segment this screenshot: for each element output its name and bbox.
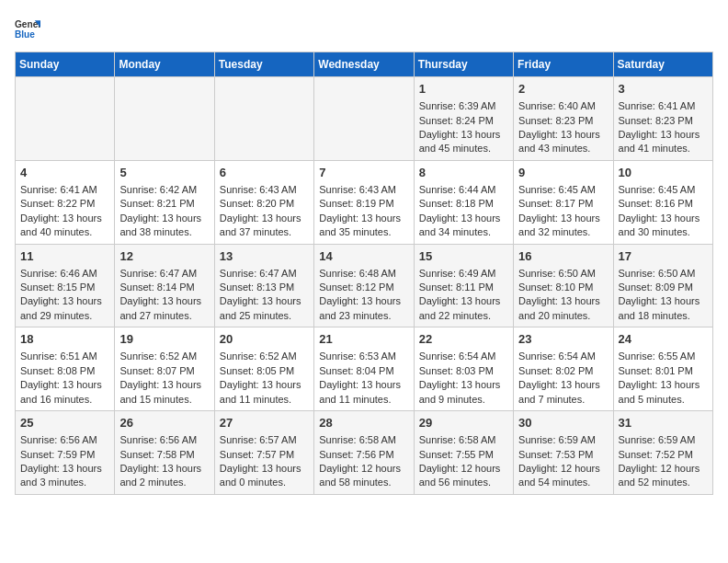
day-cell: 23Sunrise: 6:54 AMSunset: 8:02 PMDayligh… <box>514 327 613 411</box>
daylight: Daylight: 13 hours and 5 minutes. <box>619 379 700 404</box>
sunrise: Sunrise: 6:49 AM <box>419 268 496 279</box>
sunset: Sunset: 7:58 PM <box>119 449 194 460</box>
weekday-header-row: SundayMondayTuesdayWednesdayThursdayFrid… <box>16 52 713 77</box>
day-number: 26 <box>119 415 209 431</box>
day-number: 28 <box>319 415 408 431</box>
day-cell: 2Sunrise: 6:40 AMSunset: 8:23 PMDaylight… <box>514 77 613 161</box>
day-number: 10 <box>619 165 708 181</box>
sunrise: Sunrise: 6:47 AM <box>220 268 297 279</box>
day-cell: 26Sunrise: 6:56 AMSunset: 7:58 PMDayligh… <box>115 411 214 495</box>
daylight: Daylight: 12 hours and 58 minutes. <box>319 463 401 488</box>
day-cell: 15Sunrise: 6:49 AMSunset: 8:11 PMDayligh… <box>414 244 513 327</box>
daylight: Daylight: 13 hours and 15 minutes. <box>119 379 201 404</box>
sunset: Sunset: 8:09 PM <box>619 282 693 293</box>
sunset: Sunset: 8:08 PM <box>20 365 95 376</box>
day-cell: 12Sunrise: 6:47 AMSunset: 8:14 PMDayligh… <box>115 244 214 327</box>
day-number: 25 <box>20 415 109 431</box>
daylight: Daylight: 13 hours and 9 minutes. <box>419 379 501 404</box>
daylight: Daylight: 13 hours and 29 minutes. <box>20 295 102 320</box>
sunrise: Sunrise: 6:42 AM <box>119 184 197 195</box>
week-row-4: 18Sunrise: 6:51 AMSunset: 8:08 PMDayligh… <box>16 327 713 411</box>
daylight: Daylight: 13 hours and 3 minutes. <box>20 463 102 488</box>
day-cell: 27Sunrise: 6:57 AMSunset: 7:57 PMDayligh… <box>214 411 313 495</box>
page-header: General Blue <box>15 15 713 40</box>
daylight: Daylight: 13 hours and 34 minutes. <box>419 213 501 237</box>
sunrise: Sunrise: 6:50 AM <box>619 268 696 279</box>
day-number: 16 <box>518 248 608 265</box>
daylight: Daylight: 13 hours and 18 minutes. <box>619 295 700 320</box>
sunset: Sunset: 8:18 PM <box>419 198 494 209</box>
daylight: Daylight: 13 hours and 23 minutes. <box>319 295 401 320</box>
sunset: Sunset: 7:59 PM <box>20 449 95 460</box>
logo: General Blue <box>15 15 44 40</box>
day-cell: 8Sunrise: 6:44 AMSunset: 8:18 PMDaylight… <box>414 160 513 244</box>
day-number: 30 <box>518 415 608 431</box>
daylight: Daylight: 13 hours and 2 minutes. <box>119 463 201 488</box>
svg-text:Blue: Blue <box>15 29 35 40</box>
weekday-header-tuesday: Tuesday <box>214 52 313 77</box>
sunset: Sunset: 8:19 PM <box>319 198 393 209</box>
week-row-1: 1Sunrise: 6:39 AMSunset: 8:24 PMDaylight… <box>16 77 713 161</box>
sunrise: Sunrise: 6:53 AM <box>319 350 396 362</box>
sunrise: Sunrise: 6:43 AM <box>319 184 396 195</box>
daylight: Daylight: 13 hours and 27 minutes. <box>119 295 201 320</box>
sunset: Sunset: 7:57 PM <box>220 449 294 460</box>
sunset: Sunset: 7:55 PM <box>419 449 494 460</box>
sunset: Sunset: 8:24 PM <box>419 115 494 126</box>
day-cell: 11Sunrise: 6:46 AMSunset: 8:15 PMDayligh… <box>16 244 115 327</box>
day-number: 15 <box>419 248 508 265</box>
sunrise: Sunrise: 6:45 AM <box>619 184 696 195</box>
weekday-header-saturday: Saturday <box>613 52 712 77</box>
daylight: Daylight: 13 hours and 25 minutes. <box>220 295 301 320</box>
sunset: Sunset: 8:15 PM <box>20 282 95 293</box>
sunset: Sunset: 8:23 PM <box>619 115 693 126</box>
daylight: Daylight: 13 hours and 45 minutes. <box>419 129 501 154</box>
sunrise: Sunrise: 6:47 AM <box>119 268 197 279</box>
sunset: Sunset: 8:02 PM <box>518 365 593 376</box>
sunrise: Sunrise: 6:54 AM <box>518 350 596 362</box>
weekday-header-sunday: Sunday <box>16 52 115 77</box>
daylight: Daylight: 12 hours and 54 minutes. <box>518 463 600 488</box>
day-cell: 29Sunrise: 6:58 AMSunset: 7:55 PMDayligh… <box>414 411 513 495</box>
day-number: 14 <box>319 248 408 265</box>
day-cell: 7Sunrise: 6:43 AMSunset: 8:19 PMDaylight… <box>314 160 414 244</box>
day-number: 9 <box>518 165 608 181</box>
day-cell: 18Sunrise: 6:51 AMSunset: 8:08 PMDayligh… <box>16 327 115 411</box>
sunset: Sunset: 8:03 PM <box>419 365 494 376</box>
day-cell: 6Sunrise: 6:43 AMSunset: 8:20 PMDaylight… <box>214 160 313 244</box>
sunrise: Sunrise: 6:59 AM <box>518 434 596 445</box>
day-cell: 4Sunrise: 6:41 AMSunset: 8:22 PMDaylight… <box>16 160 115 244</box>
sunrise: Sunrise: 6:58 AM <box>319 434 396 445</box>
daylight: Daylight: 13 hours and 11 minutes. <box>220 379 301 404</box>
weekday-header-wednesday: Wednesday <box>314 52 414 77</box>
day-number: 21 <box>319 331 408 348</box>
day-number: 17 <box>619 248 708 265</box>
day-cell: 16Sunrise: 6:50 AMSunset: 8:10 PMDayligh… <box>514 244 613 327</box>
day-cell: 30Sunrise: 6:59 AMSunset: 7:53 PMDayligh… <box>514 411 613 495</box>
weekday-header-monday: Monday <box>115 52 214 77</box>
sunset: Sunset: 8:01 PM <box>619 365 693 376</box>
sunset: Sunset: 8:20 PM <box>220 198 294 209</box>
daylight: Daylight: 13 hours and 11 minutes. <box>319 379 401 404</box>
sunset: Sunset: 8:12 PM <box>319 282 393 293</box>
sunset: Sunset: 8:21 PM <box>119 198 194 209</box>
daylight: Daylight: 13 hours and 32 minutes. <box>518 213 600 237</box>
daylight: Daylight: 13 hours and 40 minutes. <box>20 213 102 237</box>
day-number: 31 <box>619 415 708 431</box>
logo-icon: General Blue <box>15 15 40 40</box>
sunrise: Sunrise: 6:57 AM <box>220 434 297 445</box>
day-number: 3 <box>619 81 708 98</box>
sunrise: Sunrise: 6:58 AM <box>419 434 496 445</box>
daylight: Daylight: 12 hours and 56 minutes. <box>419 463 501 488</box>
day-cell: 9Sunrise: 6:45 AMSunset: 8:17 PMDaylight… <box>514 160 613 244</box>
day-number: 24 <box>619 331 708 348</box>
day-number: 19 <box>119 331 209 348</box>
day-cell: 10Sunrise: 6:45 AMSunset: 8:16 PMDayligh… <box>613 160 712 244</box>
sunrise: Sunrise: 6:51 AM <box>20 350 97 362</box>
sunrise: Sunrise: 6:54 AM <box>419 350 496 362</box>
sunset: Sunset: 7:53 PM <box>518 449 593 460</box>
day-cell <box>115 77 214 161</box>
day-number: 22 <box>419 331 508 348</box>
day-number: 11 <box>20 248 109 265</box>
sunset: Sunset: 8:04 PM <box>319 365 393 376</box>
